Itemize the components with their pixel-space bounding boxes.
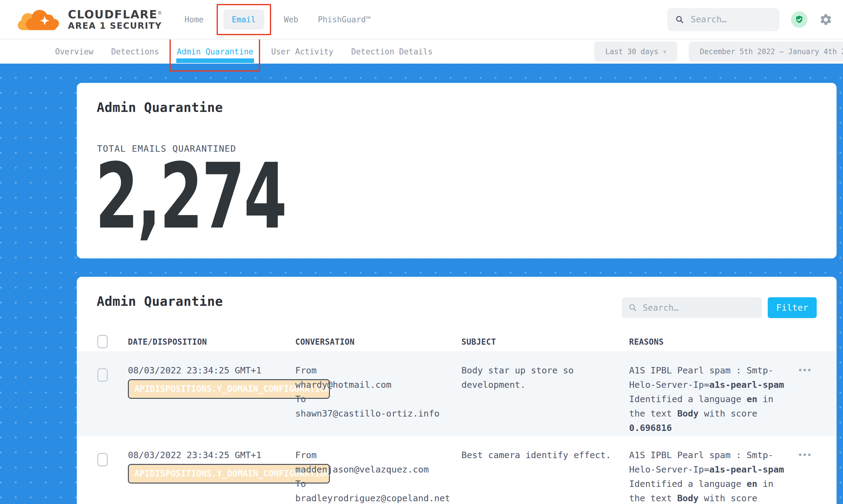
- conversation-to-label: To: [295, 392, 454, 407]
- row-conversation: Frommaddenjason@velazquez.comTobradleyro…: [295, 448, 454, 504]
- shield-check-icon: [794, 15, 804, 24]
- tab-detections[interactable]: Detections: [111, 44, 159, 59]
- summary-card: Admin Quarantine TOTAL EMAILS QUARANTINE…: [77, 83, 837, 258]
- table-row: 08/03/2022 23:34:25 GMT+1APIDISPOSITIONS…: [77, 351, 837, 436]
- email-sub-nav: Overview Detections Admin Quarantine Use…: [0, 39, 843, 64]
- row-date: 08/03/2022 23:34:25 GMT+1: [128, 363, 262, 378]
- chevron-down-icon: ▼: [663, 49, 666, 55]
- row-reasons: A1S IPBL Pearl spam : Smtp-Helo-Server-I…: [629, 448, 788, 504]
- conversation-to-label: To: [295, 477, 454, 491]
- reason-segment: a1s-pearl-spam: [709, 464, 784, 475]
- page-content: Admin Quarantine TOTAL EMAILS QUARANTINE…: [0, 64, 843, 504]
- cloudflare-logo: CLOUDFLARE® AREA 1 SECURITY: [17, 5, 162, 34]
- table-row: 08/03/2022 23:34:25 GMT+1APIDISPOSITIONS…: [77, 436, 837, 504]
- sub-nav-tabs: Overview Detections Admin Quarantine Use…: [55, 39, 433, 64]
- cloudflare-cloud-icon: [17, 5, 63, 34]
- metric-value: 2,274: [95, 151, 286, 241]
- table-card-title: Admin Quarantine: [97, 294, 223, 309]
- nav-tab-web[interactable]: Web: [284, 15, 298, 24]
- gear-icon[interactable]: [819, 13, 832, 26]
- reason-segment: Body: [677, 408, 699, 419]
- row-subject: Best camera identify effect.: [461, 448, 627, 463]
- tab-admin-quarantine-label: Admin Quarantine: [177, 47, 253, 56]
- row-checkbox[interactable]: [97, 453, 108, 466]
- row-reasons: A1S IPBL Pearl spam : Smtp-Helo-Server-I…: [629, 363, 788, 435]
- nav-tab-home[interactable]: Home: [185, 15, 204, 24]
- brand-mark: ®: [158, 11, 162, 15]
- protection-status-badge[interactable]: [791, 11, 808, 28]
- row-conversation: Fromwhardy@hotmail.comToshawn37@castillo…: [295, 363, 454, 421]
- conversation-to-email: bradleyrodriguez@copeland.net: [295, 491, 454, 504]
- date-range-text: December 5th 2022 — January 4th 2023: [700, 48, 843, 56]
- conversation-from-email: whardy@hotmail.com: [295, 378, 454, 392]
- row-subject: Body star up store so development.: [461, 363, 627, 392]
- row-date: 08/03/2022 23:34:25 GMT+1: [128, 448, 262, 463]
- reason-segment: Body: [677, 493, 699, 503]
- reason-segment: with score: [699, 408, 757, 419]
- reason-segment: Identified a language: [629, 394, 747, 404]
- reason-segment: with score: [699, 493, 757, 503]
- ellipsis-dot: [799, 369, 802, 371]
- date-controls: Last 30 days ▼ December 5th 2022 — Janua…: [594, 41, 843, 62]
- top-nav: CLOUDFLARE® AREA 1 SECURITY Home Email W…: [0, 0, 843, 39]
- tab-user-activity[interactable]: User Activity: [271, 44, 334, 59]
- row-actions-button[interactable]: [799, 453, 811, 456]
- table-search[interactable]: [622, 297, 762, 318]
- ellipsis-dot: [808, 453, 811, 456]
- date-range-dropdown-label: Last 30 days: [605, 48, 658, 56]
- conversation-to-email: shawn37@castillo-ortiz.info: [295, 407, 454, 421]
- conversation-from-label: From: [295, 448, 454, 463]
- column-header-subject: SUBJECT: [461, 337, 496, 346]
- date-range-display[interactable]: December 5th 2022 — January 4th 2023: [689, 41, 843, 62]
- filter-button[interactable]: Filter: [768, 297, 817, 318]
- ellipsis-dot: [799, 453, 802, 456]
- brand-name: CLOUDFLARE®: [68, 8, 162, 21]
- ellipsis-dot: [804, 453, 806, 456]
- select-all-checkbox[interactable]: [97, 335, 108, 348]
- reason-segment: Identified a language: [629, 479, 747, 489]
- page: CLOUDFLARE® AREA 1 SECURITY Home Email W…: [0, 0, 843, 504]
- reason-segment: a1s-pearl-spam: [709, 380, 784, 390]
- global-search[interactable]: [667, 8, 779, 31]
- nav-tab-email[interactable]: Email: [223, 10, 264, 30]
- header-right-cluster: [667, 8, 832, 31]
- nav-tab-email-label: Email: [232, 15, 256, 24]
- nav-tab-phishguard[interactable]: PhishGuard™: [318, 15, 371, 24]
- global-search-input[interactable]: [690, 14, 771, 25]
- date-range-dropdown[interactable]: Last 30 days ▼: [594, 41, 677, 62]
- row-actions-button[interactable]: [799, 369, 811, 371]
- table-body: 08/03/2022 23:34:25 GMT+1APIDISPOSITIONS…: [77, 351, 837, 504]
- table-search-input[interactable]: [642, 303, 755, 313]
- column-header-conversation: CONVERSATION: [295, 337, 355, 346]
- reason-segment: en: [747, 479, 757, 489]
- quarantine-table-card: Admin Quarantine Filter DATE/DISPOSITION…: [77, 277, 837, 504]
- logo-text: CLOUDFLARE® AREA 1 SECURITY: [68, 8, 162, 31]
- column-header-reasons: REASONS: [629, 337, 664, 346]
- search-icon: [675, 14, 684, 25]
- summary-card-title: Admin Quarantine: [97, 100, 223, 115]
- tab-detection-details[interactable]: Detection Details: [351, 44, 433, 59]
- row-checkbox[interactable]: [97, 368, 108, 382]
- table-header-row: DATE/DISPOSITION CONVERSATION SUBJECT RE…: [77, 335, 837, 351]
- active-tab-underline: [176, 58, 254, 63]
- conversation-from-label: From: [295, 363, 454, 378]
- search-icon: [629, 303, 637, 312]
- reason-segment: en: [747, 394, 757, 404]
- tab-admin-quarantine[interactable]: Admin Quarantine: [177, 44, 253, 59]
- ellipsis-dot: [808, 369, 811, 371]
- reason-segment: 0.696816: [629, 422, 672, 433]
- brand-subtitle: AREA 1 SECURITY: [68, 21, 162, 31]
- column-header-date: DATE/DISPOSITION: [128, 337, 207, 346]
- ellipsis-dot: [804, 369, 806, 371]
- conversation-from-email: maddenjason@velazquez.com: [295, 463, 454, 477]
- main-nav-tabs: Home Email Web PhishGuard™: [185, 10, 371, 30]
- tab-overview[interactable]: Overview: [55, 44, 93, 59]
